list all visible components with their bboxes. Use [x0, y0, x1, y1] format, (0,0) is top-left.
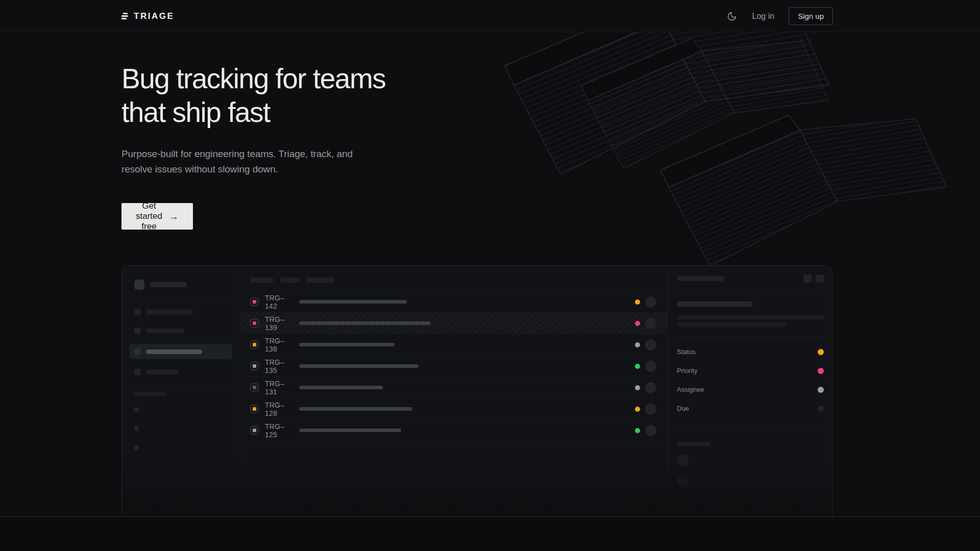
issue-title-skeleton	[299, 386, 383, 389]
assignee-avatar	[645, 361, 656, 372]
assignee-avatar	[645, 318, 656, 329]
issue-row: TRG–139	[240, 313, 667, 334]
subtitle-line-1: Purpose-built for engineering teams. Tri…	[121, 146, 387, 162]
issue-row: TRG–135	[240, 356, 667, 377]
status-dot	[635, 299, 640, 305]
get-started-button[interactable]: Get started free →	[121, 203, 193, 230]
sidebar-item-skeleton	[122, 363, 240, 382]
status-dot	[635, 385, 640, 390]
app-preview-card: TRG–142 TRG–139 TRG–138 TRG–135	[121, 265, 832, 516]
detail-fields: Status Priority Assignee Due	[677, 342, 824, 418]
issue-type-icon	[250, 340, 259, 349]
issue-type-icon	[250, 362, 259, 370]
assignee-avatar	[645, 404, 656, 415]
issue-type-icon-fill	[253, 386, 256, 389]
issue-title-skeleton	[677, 302, 753, 307]
sign-up-button[interactable]: Sign up	[789, 7, 833, 25]
sidebar-dot-skeleton	[134, 445, 139, 450]
filter-pill-skeleton	[306, 278, 335, 283]
issue-type-icon-fill	[253, 429, 256, 432]
status-dot	[635, 364, 640, 369]
issue-rows: TRG–142 TRG–139 TRG–138 TRG–135	[240, 291, 667, 441]
skeleton-bar	[150, 282, 187, 287]
triage-logo-icon	[121, 13, 129, 19]
detail-field-row: Priority	[677, 361, 824, 380]
status-dot	[635, 428, 640, 433]
panel-action-skeleton	[803, 274, 812, 283]
detail-field-row: Status	[677, 342, 824, 361]
skeleton-bar	[146, 329, 184, 333]
skeleton-bar	[677, 442, 710, 446]
page-title: Bug tracking for teams that ship fast	[121, 62, 479, 129]
field-label: Status	[677, 348, 696, 356]
top-nav: TRIAGE Log in Sign up	[0, 0, 980, 32]
assignee-avatar	[645, 339, 656, 350]
sidebar-item-skeleton	[122, 321, 240, 340]
field-value-dot	[818, 368, 824, 374]
workspace-logo-skeleton	[134, 280, 144, 290]
issue-row: TRG–138	[240, 334, 667, 356]
issue-id: TRG–128	[265, 401, 293, 417]
issue-type-icon-fill	[253, 321, 256, 325]
issue-id: TRG–142	[265, 294, 293, 310]
issue-id: TRG–138	[265, 337, 293, 353]
sidebar-divider	[129, 302, 232, 302]
skeleton-line	[677, 315, 824, 319]
sidebar-item-icon-skeleton	[134, 369, 141, 375]
brand-name: TRIAGE	[134, 11, 174, 21]
detail-panel-header	[668, 266, 832, 291]
skeleton-bar	[146, 349, 202, 354]
assignee-avatar	[645, 425, 656, 436]
field-label: Priority	[677, 367, 697, 374]
title-line-2: that ship fast	[121, 95, 479, 129]
issue-type-icon-fill	[253, 364, 256, 368]
issue-title-skeleton	[299, 300, 407, 304]
skeleton-bar	[146, 310, 193, 314]
sidebar-divider	[129, 387, 232, 387]
brand-logo: TRIAGE	[121, 11, 174, 21]
issue-type-icon-fill	[253, 300, 256, 304]
moon-icon	[727, 11, 737, 21]
status-dot	[635, 407, 640, 412]
issue-row: TRG–125	[240, 420, 667, 441]
issue-id: TRG–125	[265, 422, 293, 439]
skeleton-bar	[677, 276, 725, 281]
issue-type-icon	[250, 319, 259, 328]
issue-id: TRG–135	[265, 358, 293, 374]
sidebar-dot-skeleton	[134, 426, 139, 431]
issue-title-skeleton	[299, 407, 412, 411]
sidebar-item-icon-skeleton	[134, 328, 141, 334]
log-in-link[interactable]: Log in	[752, 12, 775, 21]
status-dot	[635, 321, 640, 326]
issue-title-skeleton	[299, 364, 419, 368]
issue-list: TRG–142 TRG–139 TRG–138 TRG–135	[240, 266, 667, 516]
issue-type-icon	[250, 297, 259, 306]
issue-id: TRG–139	[265, 315, 293, 332]
sidebar-item-icon-skeleton	[134, 309, 141, 315]
issue-type-icon	[250, 383, 259, 392]
assignee-avatar	[645, 296, 656, 308]
field-label: Assignee	[677, 386, 704, 393]
sidebar-item-skeleton	[122, 303, 240, 321]
footer-section	[0, 516, 980, 551]
detail-field-row: Due	[677, 399, 824, 418]
issue-list-header	[240, 266, 667, 291]
theme-toggle-button[interactable]	[726, 10, 738, 22]
issue-id: TRG–131	[265, 380, 293, 396]
hero-subtitle: Purpose-built for engineering teams. Tri…	[121, 146, 387, 177]
issue-title-skeleton	[299, 321, 430, 325]
title-line-1: Bug tracking for teams	[121, 62, 479, 95]
comment-avatar-skeleton	[677, 475, 689, 487]
panel-divider	[677, 336, 824, 337]
sidebar-section-label-skeleton	[134, 392, 165, 396]
assignee-avatar	[645, 382, 656, 393]
issue-type-icon-fill	[253, 407, 256, 411]
skeleton-bar	[146, 370, 179, 374]
issue-title-skeleton	[299, 343, 395, 346]
sidebar-item-skeleton-active	[129, 344, 232, 359]
issue-type-icon-fill	[253, 343, 256, 346]
sidebar-dot-skeleton	[134, 407, 139, 412]
field-value-dot	[818, 387, 824, 393]
skeleton-line	[677, 322, 786, 327]
issue-row: TRG–142	[240, 291, 667, 313]
